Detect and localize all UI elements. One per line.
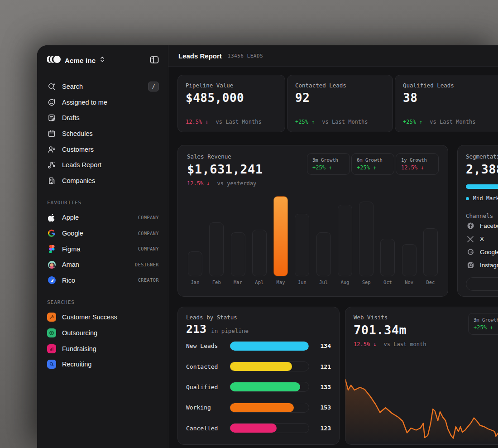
pipeline-note: in pipeline	[211, 328, 249, 334]
bar-column-jun: Jun	[295, 196, 309, 285]
search-item-customer-success[interactable]: Customer Success	[47, 309, 159, 325]
outsourcing-icon	[47, 328, 56, 337]
sidebar-item-companies[interactable]: Companies	[47, 173, 159, 189]
sidebar-item-drafts[interactable]: Drafts	[47, 110, 159, 126]
status-row-cancelled: Cancelled 123	[186, 418, 331, 438]
search-item-label: Fundraising	[62, 345, 96, 352]
revenue-bar	[252, 230, 267, 276]
bar-column-jan: Jan	[188, 196, 202, 285]
channel-item-google[interactable]: Google	[466, 246, 498, 259]
sidebar-item-label: Companies	[62, 177, 95, 184]
favourite-tag: CREATOR	[138, 278, 159, 283]
leads-report-icon	[47, 161, 56, 169]
sidebar-item-label: Schedules	[62, 130, 93, 137]
workspace-name: Acme Inc	[65, 57, 96, 64]
favourite-label: Rico	[62, 277, 75, 284]
sidebar-item-label: Assigned to me	[62, 99, 107, 106]
search-item-label: Recruiting	[62, 361, 91, 368]
bar-column-jul: Jul	[316, 196, 331, 285]
x-icon	[466, 236, 475, 242]
sidebar-item-schedules[interactable]: Schedules	[47, 126, 159, 142]
stat-label: Contacted Leads	[295, 82, 385, 89]
searches-heading: SEARCHES	[47, 299, 159, 305]
favourite-label: Google	[62, 230, 83, 237]
sidebar-item-search[interactable]: Search /	[47, 79, 159, 95]
stat-delta-row: 12.5% ↓ vs Last Months	[186, 119, 277, 125]
revenue-bar	[231, 232, 245, 276]
sidebar-nav: Search / Assigned to me Drafts Schedules…	[47, 79, 159, 188]
delta-value: 12.5% ↓	[186, 119, 209, 125]
segmentation-action-button[interactable]	[466, 277, 498, 291]
fundraising-icon	[47, 344, 56, 353]
figma-logo	[47, 245, 56, 253]
favourite-tag: DESIGNER	[135, 262, 159, 267]
search-item-recruiting[interactable]: Recruiting	[47, 356, 159, 372]
sidebar-toggle-button[interactable]	[150, 56, 159, 65]
favourite-item-rico[interactable]: Rico CREATOR	[47, 273, 159, 289]
search-item-label: Customer Success	[62, 313, 117, 321]
sidebar-item-label: Leads Report	[62, 161, 101, 169]
bar-column-aug: Aug	[338, 196, 352, 285]
sidebar-item-customers[interactable]: Customers	[47, 141, 159, 157]
status-bar-fill	[230, 362, 292, 371]
bar-wrap	[423, 196, 438, 276]
status-value: 121	[314, 363, 331, 370]
favourite-label: Apple	[62, 214, 79, 221]
avatar-rico	[47, 276, 56, 284]
web-growth-chip: 3m Growth +25% ↑	[468, 313, 498, 335]
workspace-switcher[interactable]: Acme Inc	[47, 53, 159, 68]
bar-wrap	[209, 196, 224, 276]
delta-value: +25% ↑	[403, 119, 422, 125]
search-item-fundraising[interactable]: Fundraising	[47, 341, 159, 356]
favourites-list: Apple COMPANY Google COMPANY Figma COMPA…	[47, 210, 159, 288]
bar-label: Feb	[212, 279, 221, 285]
segmentation-progress-bar	[466, 184, 498, 189]
delta-note: vs Last Months	[430, 119, 475, 125]
channel-item-instagram[interactable]: Instagram	[466, 259, 498, 272]
favourites-heading: FAVOURITES	[47, 200, 159, 206]
bar-wrap	[380, 196, 395, 276]
favourite-item-aman[interactable]: Aman DESIGNER	[47, 257, 159, 273]
growth-chip-1y: 1y Growth 12.5% ↓	[396, 153, 439, 175]
bar-column-feb: Feb	[209, 196, 224, 285]
channel-item-x[interactable]: X	[466, 232, 498, 246]
favourite-item-apple[interactable]: Apple COMPANY	[47, 210, 159, 226]
stat-delta-row: +25% ↑ vs Last Months	[295, 119, 385, 125]
status-bar-fill	[230, 424, 277, 433]
sidebar-item-leads-report[interactable]: Leads Report	[47, 157, 159, 173]
web-visits-line-chart	[345, 374, 498, 442]
status-bar-fill	[230, 382, 300, 391]
revenue-bar	[423, 228, 438, 276]
bar-label: Jun	[298, 279, 306, 285]
segmentation-label: Segmentation	[466, 153, 498, 160]
sidebar-item-assigned-to-me[interactable]: Assigned to me	[47, 95, 159, 111]
companies-icon	[47, 177, 56, 185]
bar-column-apl: Apl	[252, 196, 267, 285]
status-label: Qualified	[186, 384, 230, 390]
bar-column-may: May	[273, 196, 288, 285]
legend-label: Mid Market	[473, 195, 498, 202]
sidebar-item-label: Drafts	[62, 114, 80, 121]
status-bar-fill	[230, 342, 309, 351]
sales-revenue-delta: 12.5% ↓vs yesterday	[187, 180, 263, 187]
stat-card-pipeline-value: Pipeline Value $485,000 12.5% ↓ vs Last …	[177, 75, 285, 132]
bar-label: Jul	[319, 279, 328, 285]
revenue-bar	[295, 214, 309, 276]
favourite-item-figma[interactable]: Figma COMPANY	[47, 241, 159, 257]
favourite-tag: COMPANY	[138, 231, 159, 236]
stat-value: $485,000	[186, 91, 277, 105]
status-rows: New Leads 134 Contacted 121 Qualified 13…	[186, 336, 331, 438]
favourite-label: Figma	[62, 246, 80, 253]
customer-success-icon	[47, 313, 56, 322]
search-item-outsourcing[interactable]: Outsourcing	[47, 325, 159, 341]
status-value: 133	[314, 384, 331, 390]
chevron-up-down-icon	[100, 56, 105, 65]
stat-card-qualified-leads: Qualified Leads 38 +25% ↑ vs Last Months	[395, 75, 498, 132]
sidebar-item-label: Search	[62, 83, 83, 90]
revenue-bar	[209, 222, 224, 276]
leads-count-number: 13456	[228, 53, 244, 59]
channel-item-facebook[interactable]: Facebook	[466, 219, 498, 232]
segmentation-value: 2,388	[466, 162, 498, 176]
favourite-item-google[interactable]: Google COMPANY	[47, 226, 159, 241]
monthly-revenue-bar-chart: Jan Feb Mar Apl May Jun Jul	[188, 196, 438, 285]
